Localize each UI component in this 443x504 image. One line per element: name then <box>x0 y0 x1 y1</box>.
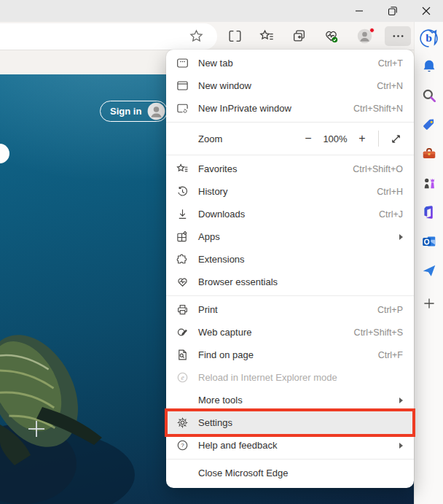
menu-divider <box>166 295 414 296</box>
cursor-crosshair <box>28 421 44 437</box>
menu-item-print[interactable]: Print Ctrl+P <box>166 298 414 321</box>
close-icon <box>419 4 434 18</box>
menu-item-new-tab[interactable]: New tab Ctrl+T <box>166 52 414 74</box>
collections-icon <box>291 28 307 44</box>
minimize-button[interactable] <box>342 0 376 22</box>
bing-chat-icon: b <box>418 27 439 48</box>
settings-gear-icon <box>176 416 189 429</box>
chess-games-icon <box>421 175 437 191</box>
search-icon <box>421 88 437 104</box>
sidebar-item-microsoft-365[interactable] <box>418 201 440 223</box>
star-icon <box>189 28 204 44</box>
menu-item-web-capture[interactable]: Web capture Ctrl+Shift+S <box>166 321 414 344</box>
zoom-out-button[interactable]: − <box>298 129 318 148</box>
apps-icon <box>176 230 189 243</box>
sidebar-add-button[interactable] <box>418 292 440 314</box>
submenu-chevron-icon <box>399 443 403 449</box>
favorites-icon <box>259 28 275 44</box>
menu-item-apps[interactable]: Apps <box>166 225 414 248</box>
heart-pulse-icon <box>176 276 189 288</box>
minimize-icon <box>352 4 366 18</box>
browser-essentials-button[interactable] <box>320 26 342 46</box>
toolbox-icon <box>421 146 437 162</box>
find-on-page-icon <box>176 349 189 361</box>
new-window-icon <box>176 80 189 92</box>
svg-text:?: ? <box>181 442 184 449</box>
sidebar-item-games[interactable] <box>418 172 440 194</box>
split-screen-icon <box>227 28 243 44</box>
new-tab-icon <box>176 57 189 69</box>
bell-icon <box>421 58 437 74</box>
sign-in-avatar-icon <box>147 102 165 120</box>
inprivate-icon <box>176 102 189 115</box>
toolbar <box>0 22 414 50</box>
sign-in-button[interactable]: Sign in <box>100 101 168 122</box>
edge-browser-window: b <box>0 0 443 504</box>
menu-item-downloads[interactable]: Downloads Ctrl+J <box>166 203 414 225</box>
menu-item-more-tools[interactable]: More tools <box>166 389 414 411</box>
menu-divider <box>166 459 414 460</box>
close-button[interactable] <box>409 0 443 22</box>
extensions-icon <box>176 253 189 265</box>
favorites-button[interactable] <box>256 26 278 46</box>
menu-item-help-and-feedback[interactable]: ? Help and feedback <box>166 434 414 457</box>
menu-item-extensions[interactable]: Extensions <box>166 248 414 271</box>
edge-sidebar: b <box>414 22 443 504</box>
notification-dot <box>369 28 375 33</box>
sidebar-item-bing-chat[interactable]: b <box>418 26 440 48</box>
submenu-chevron-icon <box>399 398 403 403</box>
profile-button[interactable] <box>353 26 375 46</box>
menu-item-close-microsoft-edge[interactable]: Close Microsoft Edge <box>166 462 414 484</box>
add-favorite-button[interactable] <box>185 26 207 46</box>
sidebar-item-tools[interactable] <box>418 143 440 165</box>
help-icon: ? <box>176 439 189 451</box>
zoom-label: Zoom <box>198 133 298 144</box>
sidebar-item-shopping[interactable] <box>418 114 440 136</box>
web-capture-icon <box>176 326 189 338</box>
menu-item-settings[interactable]: Settings <box>166 411 414 434</box>
sidebar-item-search[interactable] <box>418 85 440 106</box>
menu-divider <box>166 155 414 155</box>
menu-item-history[interactable]: History Ctrl+H <box>166 180 414 203</box>
submenu-chevron-icon <box>399 234 403 240</box>
sea-turtle-image <box>0 282 171 504</box>
fullscreen-icon <box>390 133 402 145</box>
menu-item-favorites[interactable]: Favorites Ctrl+Shift+O <box>166 158 414 180</box>
price-tag-icon <box>421 117 437 133</box>
sign-in-label: Sign in <box>110 106 141 117</box>
zoom-separator <box>378 131 379 147</box>
print-icon <box>176 303 189 316</box>
restore-button[interactable] <box>376 0 409 22</box>
menu-divider <box>166 122 414 123</box>
menu-item-browser-essentials[interactable]: Browser essentials <box>166 271 414 293</box>
more-ellipsis-icon <box>391 28 406 44</box>
menu-item-find-on-page[interactable]: Find on page Ctrl+F <box>166 344 414 366</box>
favorites-icon <box>176 163 189 175</box>
sidebar-item-outlook[interactable] <box>418 230 440 252</box>
outlook-icon <box>421 233 437 249</box>
settings-and-more-menu: New tab Ctrl+T New window Ctrl+N New InP… <box>166 50 414 488</box>
zoom-value: 100% <box>318 133 352 144</box>
heart-pulse-icon <box>324 28 339 44</box>
menu-item-new-window[interactable]: New window Ctrl+N <box>166 74 414 97</box>
restore-icon <box>385 4 400 18</box>
split-screen-button[interactable] <box>224 26 246 46</box>
menu-zoom-row: Zoom − 100% + <box>166 125 414 152</box>
internet-explorer-icon: e <box>176 371 189 384</box>
svg-text:b: b <box>426 31 432 43</box>
history-icon <box>176 185 189 198</box>
zoom-in-button[interactable]: + <box>352 129 372 148</box>
plus-icon <box>421 295 437 311</box>
svg-text:e: e <box>181 374 184 381</box>
paper-plane-icon <box>421 263 437 279</box>
sidebar-item-drop[interactable] <box>418 260 440 282</box>
menu-item-reload-in-ie-mode: e Reload in Internet Explorer mode <box>166 366 414 389</box>
menu-item-new-inprivate-window[interactable]: New InPrivate window Ctrl+Shift+N <box>166 97 414 120</box>
microsoft-365-icon <box>421 204 437 220</box>
collections-button[interactable] <box>288 26 310 46</box>
settings-and-more-button[interactable] <box>385 26 411 46</box>
downloads-icon <box>176 208 189 220</box>
titlebar <box>0 0 443 22</box>
fullscreen-button[interactable] <box>385 129 407 148</box>
sidebar-item-notifications[interactable] <box>418 55 440 77</box>
